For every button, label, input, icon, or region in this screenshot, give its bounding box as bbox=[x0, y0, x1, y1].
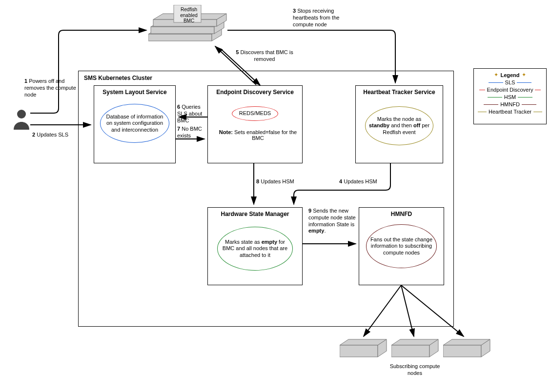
svg-marker-9 bbox=[217, 14, 226, 26]
legend-hmnfd: HMNFD bbox=[476, 101, 544, 107]
hts-title: Heartbeat Tracker Service bbox=[356, 86, 443, 96]
legend-title: Legend bbox=[500, 72, 519, 78]
hts-b1: standby bbox=[369, 122, 389, 128]
legend-ed: Endpoint Discovery bbox=[476, 87, 544, 93]
label-7: 7 No BMC exists bbox=[177, 126, 209, 139]
label-5: 5 Discovers that BMC is removed bbox=[230, 49, 299, 63]
sls-title: System Layout Service bbox=[94, 86, 175, 96]
svg-marker-16 bbox=[429, 339, 438, 357]
hts-ellipse: Marks the node as standby and then off p… bbox=[365, 106, 433, 145]
legend-ht: Heartbeat Tracker bbox=[476, 109, 544, 115]
svg-marker-13 bbox=[378, 339, 387, 357]
svg-rect-5 bbox=[151, 27, 214, 34]
eds-ellipse: REDS/MEDS bbox=[232, 106, 278, 121]
legend-box: ✦Legend✦ SLS Endpoint Discovery HSM HMNF… bbox=[473, 68, 547, 124]
subscribers-label: Subscribing compute nodes bbox=[386, 363, 444, 377]
label-2: 2 Updates SLS bbox=[32, 132, 68, 138]
svg-rect-18 bbox=[443, 345, 481, 357]
eds-title: Endpoint Discovery Service bbox=[208, 86, 302, 96]
eds-note-body: Sets enabled=false for the BMC bbox=[233, 129, 297, 141]
svg-marker-6 bbox=[214, 21, 224, 34]
diagram-canvas: SMS Kubernetes Cluster System Layout Ser… bbox=[0, 0, 551, 392]
label-1: 1 Powers off and removes the compute nod… bbox=[24, 78, 78, 98]
label-9: 9 Sends the new compute node state infor… bbox=[308, 208, 360, 235]
cluster-label: SMS Kubernetes Cluster bbox=[84, 75, 152, 81]
eds-box: Endpoint Discovery Service bbox=[207, 85, 303, 163]
svg-marker-11 bbox=[340, 339, 387, 345]
svg-marker-14 bbox=[391, 339, 438, 345]
label-4: 4 Updates HSM bbox=[339, 178, 377, 185]
hsm-title: Hardware State Manager bbox=[208, 208, 302, 217]
svg-marker-19 bbox=[481, 339, 490, 357]
hsm-b: empty bbox=[262, 239, 277, 245]
label-6: 6 Queries SLS about BMC bbox=[177, 104, 209, 124]
eds-note: Note: Sets enabled=false for the BMC bbox=[212, 129, 304, 141]
hsm-pre: Marks state as bbox=[225, 239, 262, 245]
hts-pre: Marks the node as bbox=[377, 116, 422, 122]
svg-marker-1 bbox=[148, 28, 222, 34]
label-3: 3 Stops receiving heartbeats from the co… bbox=[293, 8, 351, 28]
svg-marker-3 bbox=[212, 28, 222, 41]
legend-sls: SLS bbox=[476, 79, 544, 85]
svg-rect-2 bbox=[148, 34, 212, 41]
hsm-ellipse: Marks state as empty for BMC and all nod… bbox=[217, 227, 293, 271]
svg-rect-12 bbox=[340, 345, 378, 357]
svg-rect-15 bbox=[391, 345, 429, 357]
hts-mid: and then bbox=[389, 122, 413, 128]
svg-marker-17 bbox=[443, 339, 490, 345]
hts-b2: off bbox=[413, 122, 420, 128]
bmc-label: Redfish enabled BMC bbox=[177, 7, 201, 24]
svg-point-0 bbox=[17, 110, 26, 118]
label-8: 8 Updates HSM bbox=[256, 178, 294, 185]
hmnfd-title: HMNFD bbox=[359, 208, 444, 217]
eds-note-prefix: Note: bbox=[219, 129, 233, 135]
legend-title-row: ✦Legend✦ bbox=[476, 72, 544, 78]
hmnfd-ellipse: Fans out the state change information to… bbox=[366, 224, 437, 268]
sls-ellipse: Database of information on system config… bbox=[100, 104, 169, 143]
legend-hsm: HSM bbox=[476, 94, 544, 100]
